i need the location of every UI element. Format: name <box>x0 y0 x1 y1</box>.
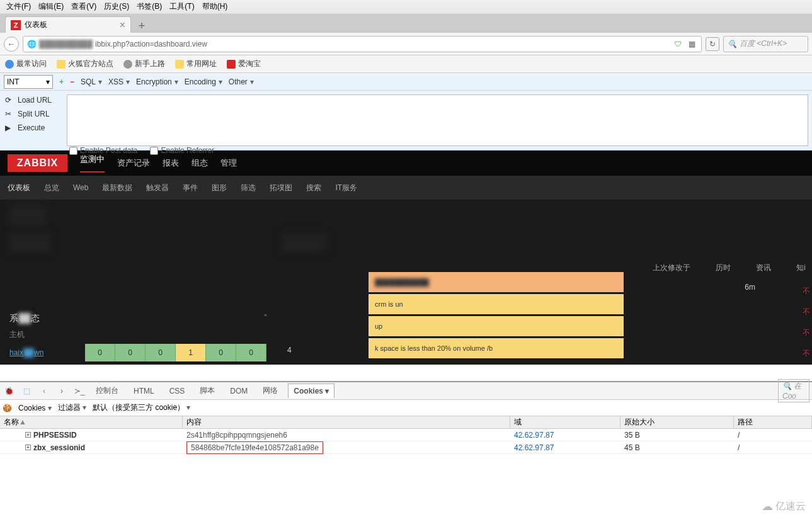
devtools-tab-css[interactable]: CSS <box>164 384 190 398</box>
devtools-tab-console[interactable]: 控制台 <box>91 383 123 399</box>
default-accept-menu[interactable]: 默认（接受第三方 cookie） <box>93 402 190 413</box>
hackbar-db-select[interactable]: INT▾ <box>4 75 53 89</box>
alert-row[interactable]: k space is less than 20% on volume /b <box>369 338 624 358</box>
back-button[interactable]: ← <box>4 37 19 52</box>
col-domain-header[interactable]: 域 <box>510 416 620 429</box>
devtools-tab-script[interactable]: 脚本 <box>195 383 220 399</box>
table-header: 名称▲ 内容 域 原始大小 路径 <box>0 416 812 429</box>
menu-edit[interactable]: 编辑(E) <box>35 0 67 13</box>
post-checkbox[interactable] <box>69 147 77 155</box>
hackbar-split-url[interactable]: ✂Split URL <box>3 108 60 120</box>
status-cell-warn[interactable]: 1 <box>176 344 206 361</box>
filter-menu[interactable]: 过滤器 <box>58 402 86 413</box>
hackbar-execute[interactable]: ▶Execute <box>3 122 60 134</box>
console-toggle-icon[interactable]: ≻_ <box>73 385 86 397</box>
browser-search-input[interactable]: 🔍 百度 <Ctrl+K> <box>723 36 808 52</box>
host-link[interactable]: haix██wn <box>9 344 85 361</box>
subnav-itservices[interactable]: IT服务 <box>335 183 357 193</box>
nav-next-icon[interactable]: › <box>55 385 68 397</box>
ack-no[interactable]: 不 <box>801 281 812 300</box>
hackbar-plus-button[interactable]: + <box>59 77 64 86</box>
tab-label: Cookies <box>294 387 323 395</box>
hackbar-other[interactable]: Other <box>229 77 254 86</box>
hackbar-load-url[interactable]: ⟳Load URL <box>3 94 60 106</box>
devtools-tab-net[interactable]: 网络 <box>258 383 283 399</box>
browser-tab[interactable]: Z 仪表板 × <box>5 16 131 33</box>
expand-icon[interactable]: + <box>25 445 31 450</box>
close-tab-icon[interactable]: × <box>120 20 125 31</box>
nav-reports[interactable]: 报表 <box>163 157 179 169</box>
col-name-header[interactable]: 名称▲ <box>0 416 183 429</box>
expand-icon[interactable]: + <box>25 432 31 438</box>
new-tab-button[interactable]: + <box>134 19 150 33</box>
hackbar-sql[interactable]: SQL <box>81 77 102 86</box>
ack-no[interactable]: 不 <box>801 344 812 363</box>
zabbix-dashboard: 上次修改于 历时 资讯 知i 6m ███████████ crm is un … <box>0 200 812 365</box>
table-row[interactable]: +zbx_sessionid 584868be7fcfe19fe4e108572… <box>0 441 812 454</box>
devtools-search[interactable]: 🔍 在 Coo <box>778 379 809 402</box>
subnav-dashboard[interactable]: 仪表板 <box>8 183 30 193</box>
hackbar-opt-post[interactable]: Enable Post data <box>69 146 137 155</box>
menu-view[interactable]: 查看(V) <box>67 0 100 13</box>
menu-file[interactable]: 文件(F) <box>3 0 35 13</box>
nav-administration[interactable]: 管理 <box>220 157 237 169</box>
url-input[interactable]: 🌐 ██████████ ibbix.php?action=dashboard.… <box>23 36 702 52</box>
status-cell[interactable]: 0 <box>206 344 236 361</box>
firebug-icon[interactable]: 🐞 <box>3 385 15 397</box>
menu-bookmarks[interactable]: 书签(B) <box>133 0 166 13</box>
split-icon: ✂ <box>5 110 14 118</box>
subnav-graphs[interactable]: 图形 <box>212 183 227 193</box>
collapse-icon[interactable]: ˄ <box>263 313 268 323</box>
col-size-header[interactable]: 原始大小 <box>620 416 734 429</box>
ack-no[interactable]: 不 <box>801 302 812 321</box>
reload-button[interactable]: ↻ <box>706 37 719 51</box>
reader-icon[interactable]: ▦ <box>686 38 697 50</box>
status-cell[interactable]: 0 <box>115 344 146 361</box>
alert-row[interactable]: ███████████ <box>369 272 624 292</box>
cookie-path-cell: / <box>734 429 812 441</box>
status-cell[interactable]: 0 <box>85 344 115 361</box>
subnav-discovery[interactable]: 搜索 <box>306 183 321 193</box>
subnav-triggers[interactable]: 触发器 <box>146 183 169 193</box>
devtools-tab-cookies[interactable]: Cookies ▾ <box>288 383 335 398</box>
nav-inventory[interactable]: 资产记录 <box>117 157 150 169</box>
zabbix-logo[interactable]: ZABBIX <box>8 154 67 172</box>
hackbar-opt-referrer[interactable]: Enable Referrer <box>150 146 214 155</box>
hackbar-encryption[interactable]: Encryption <box>136 77 178 86</box>
subnav-screens[interactable]: 筛选 <box>241 183 256 193</box>
hackbar-encoding[interactable]: Encoding <box>185 77 222 86</box>
referrer-checkbox[interactable] <box>150 147 158 155</box>
nav-prev-icon[interactable]: ‹ <box>38 385 50 397</box>
cookies-icon[interactable]: 🍪 <box>3 404 12 412</box>
bookmark-common-sites[interactable]: 常用网址 <box>175 59 217 69</box>
col-content-header[interactable]: 内容 <box>183 416 510 429</box>
alert-row[interactable]: crm is un <box>369 294 624 314</box>
hackbar-xss[interactable]: XSS <box>108 77 130 86</box>
subnav-latest[interactable]: 最新数据 <box>102 183 132 193</box>
menu-tools[interactable]: 工具(T) <box>166 0 198 13</box>
status-cell[interactable]: 0 <box>146 344 176 361</box>
hackbar-minus-button[interactable]: − <box>70 77 74 86</box>
nav-monitoring[interactable]: 监测中 <box>80 154 105 173</box>
bookmark-aitaobao[interactable]: 爱淘宝 <box>227 59 261 69</box>
cookies-menu[interactable]: Cookies <box>18 404 52 412</box>
col-path-header[interactable]: 路径 <box>734 416 812 429</box>
subnav-maps[interactable]: 拓墣图 <box>270 183 292 193</box>
ack-no[interactable]: 不 <box>801 323 812 342</box>
bookmark-most-visited[interactable]: 最常访问 <box>5 59 47 69</box>
subnav-web[interactable]: Web <box>73 183 88 192</box>
subnav-overview[interactable]: 总览 <box>44 183 59 193</box>
bookmark-firefox-site[interactable]: 火狐官方站点 <box>57 59 113 69</box>
nav-configuration[interactable]: 组态 <box>192 157 208 169</box>
menu-history[interactable]: 历史(S) <box>100 0 133 13</box>
menu-help[interactable]: 帮助(H) <box>198 0 232 13</box>
hackbar-url-textarea[interactable] <box>67 94 808 146</box>
subnav-events[interactable]: 事件 <box>183 183 198 193</box>
inspector-icon[interactable]: ⬚ <box>20 385 33 397</box>
shield-icon[interactable]: 🛡 <box>672 38 683 50</box>
alert-row[interactable]: up <box>369 316 624 336</box>
status-cell[interactable]: 0 <box>236 344 266 361</box>
devtools-tab-dom[interactable]: DOM <box>225 384 253 398</box>
bookmark-getting-started[interactable]: 新手上路 <box>123 59 165 69</box>
devtools-tab-html[interactable]: HTML <box>129 384 159 398</box>
